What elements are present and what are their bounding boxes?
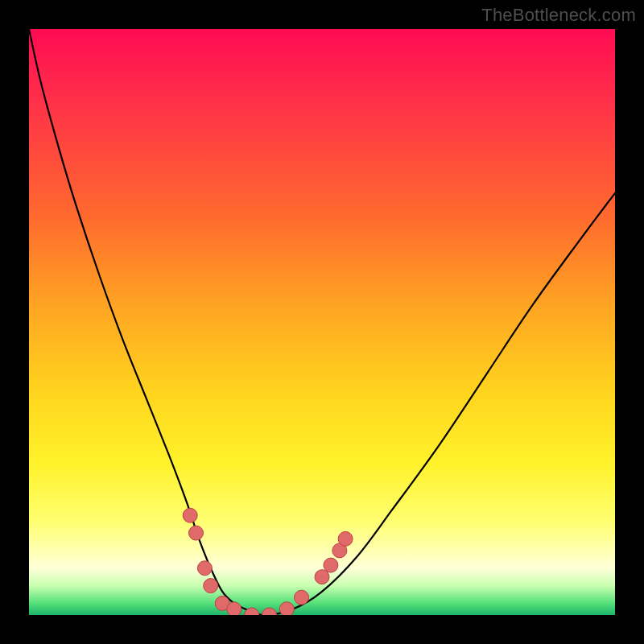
highlight-marker <box>204 579 218 593</box>
highlight-marker <box>262 608 276 615</box>
highlight-marker <box>295 590 309 605</box>
plot-area <box>29 29 615 615</box>
highlight-marker <box>279 602 294 615</box>
highlight-marker <box>338 531 353 546</box>
bottleneck-curve <box>29 29 615 615</box>
highlight-marker <box>227 602 242 615</box>
highlight-marker <box>183 508 197 522</box>
highlight-markers <box>183 508 353 615</box>
chart-frame: TheBottleneck.com <box>0 0 644 644</box>
watermark-text: TheBottleneck.com <box>481 5 636 26</box>
highlight-marker <box>197 561 212 576</box>
highlight-marker <box>324 558 338 572</box>
highlight-marker <box>188 526 203 540</box>
curve-layer <box>29 29 615 615</box>
